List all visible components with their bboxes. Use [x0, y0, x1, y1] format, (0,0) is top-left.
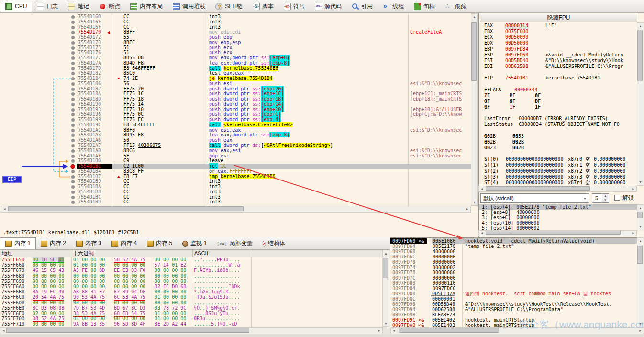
- disasm-row[interactable]: 7554D1AF5Epop esiesi:&"D:\\knownsec: [0, 154, 471, 159]
- register-list[interactable]: EAX00000114L'Ĕ'EBX0075F000ECX00D50000EDX…: [479, 23, 637, 186]
- argument-row[interactable]: 5: [esp+14] 00000002: [479, 225, 637, 230]
- args-hscrollbar[interactable]: ◄►: [478, 230, 637, 236]
- register-line[interactable]: ESI00D5BD40&"D:\\knownsec\\study\\Hook: [479, 58, 637, 64]
- unlock-checkbox[interactable]: [614, 195, 620, 201]
- tab-内存 2[interactable]: 内存 2: [36, 237, 71, 249]
- disasm-row[interactable]: 7554D1708BFFmov edi,ediCreateFileA: [0, 30, 471, 35]
- scroll-thumb[interactable]: [637, 246, 643, 264]
- disasm-row[interactable]: 7554D18474 2Eje kernelbase.7554D1B4: [0, 76, 471, 81]
- argument-row[interactable]: 1: [esp+4] 005E2178 "temp_file_2.txt": [479, 204, 637, 210]
- register-line[interactable]: EBX0075F000: [479, 29, 637, 34]
- stack-row[interactable]: 0097FD7000000000: [390, 259, 637, 265]
- breakpoint-bullet-icon[interactable]: [71, 67, 75, 70]
- scroll-arrow-icon[interactable]: ▼: [471, 199, 477, 205]
- register-line[interactable]: EIP7554D1B1kernelbase.7554D1B1: [479, 75, 637, 81]
- tab-脚本[interactable]: 脚本: [248, 0, 279, 12]
- dump-row[interactable]: 755FF67046 15 C5 43A5 FE 00 8DEE E3 D3 F…: [0, 268, 383, 273]
- tab-SEH链[interactable]: SEH链: [211, 0, 248, 12]
- scroll-arrow-icon[interactable]: ►: [464, 206, 470, 212]
- scroll-arrow-icon[interactable]: ▼: [637, 224, 644, 230]
- tab-监视 1[interactable]: 监视 1: [178, 237, 212, 249]
- dump-header-ascii[interactable]: ASCII: [194, 250, 208, 257]
- scroll-arrow-icon[interactable]: ◄: [1, 206, 8, 212]
- breakpoint-bullet-icon[interactable]: [71, 26, 75, 29]
- register-line[interactable]: ST(4)00000000000000000000x87r4空0.0000000…: [479, 180, 637, 186]
- stack-row[interactable]: 0097FD98BCEA3F73: [390, 312, 637, 317]
- breakpoint-bullet-icon[interactable]: [71, 92, 75, 96]
- stack-row[interactable]: 0097FD7C00000000: [390, 275, 637, 281]
- register-line[interactable]: OF 0SF 0DF 0: [479, 99, 637, 104]
- scroll-arrow-icon[interactable]: ▲: [383, 250, 389, 257]
- breakpoint-bullet-icon[interactable]: [71, 159, 75, 163]
- breakpoint-bullet-icon[interactable]: [71, 15, 75, 19]
- register-line[interactable]: ECX00D50000: [479, 34, 637, 40]
- breakpoint-bullet-icon[interactable]: [71, 77, 75, 80]
- tab-源代码[interactable]: 源代码: [310, 0, 347, 12]
- scroll-arrow-icon[interactable]: ◄: [391, 328, 397, 334]
- register-line[interactable]: LastStatusC0000034 (STATUS_OBJECT_NAME_N…: [479, 122, 637, 127]
- breakpoint-bullet-icon[interactable]: [71, 21, 75, 24]
- tab-内存 5[interactable]: 内存 5: [142, 237, 178, 249]
- dump-rows[interactable]: 755FF65000 10 5E 0001 00 00 0050 52 4A 7…: [0, 257, 383, 327]
- hide-fpu-button[interactable]: 隐藏FPU: [480, 14, 637, 22]
- scroll-arrow-icon[interactable]: ►: [630, 186, 636, 191]
- register-line[interactable]: EFLAGS00000344: [479, 87, 637, 93]
- register-line[interactable]: ST(0)00000000000000000000x87r0空0.0000000…: [479, 157, 637, 162]
- disasm-row[interactable]: 7554D1BACCint3: [0, 184, 471, 190]
- tab-内存 1[interactable]: 内存 1: [0, 237, 36, 249]
- disasm-row[interactable]: 7554D1BCCCint3: [0, 195, 471, 200]
- breakpoint-bullet-icon[interactable]: [71, 88, 75, 91]
- disasm-row[interactable]: 7554D1BDCCint3: [0, 200, 471, 205]
- scroll-thumb[interactable]: [471, 22, 477, 81]
- breakpoint-bullet-icon[interactable]: [71, 103, 75, 106]
- scroll-thumb[interactable]: [6, 328, 249, 333]
- stack-row[interactable]: 0097FD840097FDCC: [390, 286, 637, 291]
- disasm-row[interactable]: 7554D16DCCint3: [0, 14, 471, 20]
- breakpoint-bullet-icon[interactable]: [71, 56, 75, 60]
- dump-row[interactable]: 755FF6F002 00 00 0038 53 4A 7560 FD 54 7…: [0, 311, 383, 316]
- breakpoint-bullet-icon[interactable]: [71, 134, 75, 137]
- tab-结构体[interactable]: 结构体: [258, 237, 290, 249]
- dump-header-hex[interactable]: 十六进制: [73, 250, 94, 257]
- scroll-arrow-icon[interactable]: ▼: [637, 179, 644, 185]
- breakpoint-bullet-icon[interactable]: [71, 129, 75, 132]
- breakpoint-bullet-icon[interactable]: [71, 185, 75, 189]
- tab-断点[interactable]: 断点: [94, 0, 125, 12]
- scroll-arrow-icon[interactable]: ►: [376, 328, 382, 334]
- dump-row[interactable]: 755FF68000 00 00 0000 00 00 0000 00 00 0…: [0, 273, 383, 279]
- register-line[interactable]: ST(3)00000000000000000000x87r3空0.0000000…: [479, 174, 637, 180]
- dump-row[interactable]: 755FF6B0BA 19 EC 40AB 88 31 E767 39 04 D…: [0, 289, 383, 294]
- dump-row[interactable]: 755FF6E0BC D3 08 087D B7 53 4DBD 67 BC D…: [0, 305, 383, 311]
- stack-rows[interactable]: 0097FD60 <&005E1080hooktest.void __cdecl…: [390, 238, 637, 327]
- tab-内存 3[interactable]: 内存 3: [71, 237, 107, 249]
- register-line[interactable]: EBP0097FD84: [479, 46, 637, 52]
- tab-跟踪[interactable]: 跟踪: [440, 0, 471, 12]
- dump-row[interactable]: 755FF6D000 00 00 0000 00 00 0001 00 00 0…: [0, 300, 383, 305]
- arg-count-spinner[interactable]: 5 ▲▼: [592, 193, 609, 203]
- disasm-row[interactable]: 7554D1BBCCint3: [0, 190, 471, 195]
- scroll-thumb[interactable]: [637, 30, 643, 81]
- breakpoint-bullet-icon[interactable]: [71, 170, 75, 173]
- breakpoint-bullet-icon[interactable]: [71, 118, 75, 122]
- breakpoint-bullet-icon[interactable]: [71, 46, 75, 50]
- stack-row[interactable]: 0097FD9000D5BD40&"D:\\knownsec\\study\\H…: [390, 302, 637, 307]
- register-line[interactable]: ST(1)00000000000000000000x87r1空0.0000000…: [479, 162, 637, 168]
- scroll-arrow-icon[interactable]: ►: [630, 231, 636, 236]
- register-line[interactable]: CF 0TF 1IF 1: [479, 104, 637, 110]
- stack-row[interactable]: 0097FD8C00000001: [390, 296, 637, 302]
- tab-线程[interactable]: 线程: [378, 0, 409, 12]
- tab-内存 4[interactable]: 内存 4: [107, 237, 142, 249]
- tab-句柄[interactable]: 句柄: [409, 0, 440, 12]
- breakpoint-bullet-icon[interactable]: [71, 31, 75, 34]
- scroll-thumb[interactable]: [399, 328, 499, 333]
- dump-hscrollbar[interactable]: ◄►: [0, 327, 383, 334]
- tab-引用[interactable]: 引用: [347, 0, 378, 12]
- breakpoint-bullet-icon[interactable]: [71, 124, 75, 127]
- dump-row[interactable]: 755FF6C020 54 4A 7590 53 4A 756C 53 4A 7…: [0, 294, 383, 300]
- scroll-thumb[interactable]: [486, 231, 621, 235]
- disassembly-rows[interactable]: 7554D16DCCint37554D16ECCint37554D16FCCin…: [0, 14, 471, 205]
- registers-hscrollbar[interactable]: ◄►: [478, 186, 637, 192]
- register-line[interactable]: EDI00D62588&"ALLUSERSPROFILE=C:\\Progr: [479, 64, 637, 69]
- disasm-row[interactable]: 7554D1A38D45 F8lea eax,dword ptr ss:[ebp…: [0, 133, 471, 138]
- register-line[interactable]: GS 002BFS 0053: [479, 134, 637, 139]
